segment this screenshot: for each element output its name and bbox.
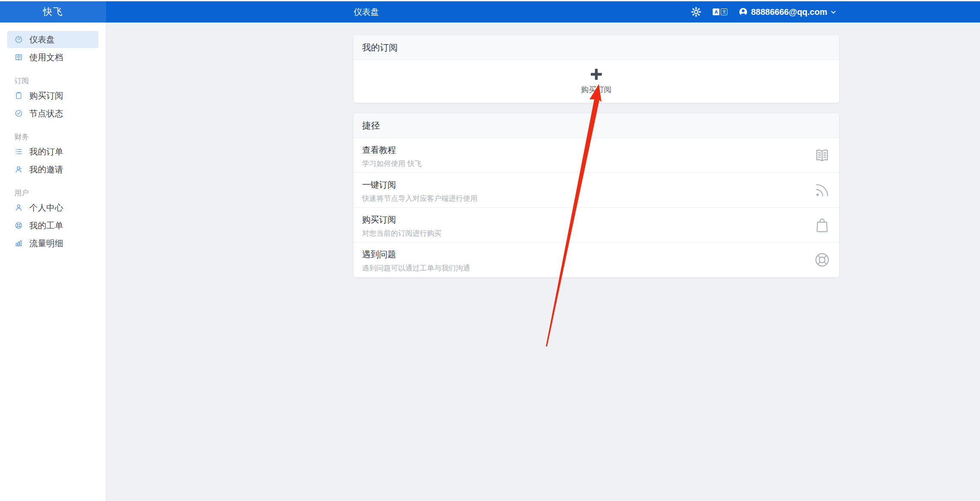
sidebar-item-node-status[interactable]: 节点状态: [7, 105, 98, 122]
sidebar-item-dashboard[interactable]: 仪表盘: [7, 31, 98, 48]
buy-subscription-label: 购买订阅: [581, 84, 612, 95]
sidebar-item-profile[interactable]: 个人中心: [7, 199, 98, 216]
order-list-icon: [14, 147, 23, 156]
shortcuts-card: 捷径 查看教程 学习如何使用 快飞 一键订阅 快速将节点导入对应客户端进行使用: [354, 113, 839, 277]
sidebar-item-label: 我的订单: [29, 146, 63, 158]
sidebar-section-finance: 财务: [14, 133, 106, 141]
shortcut-title: 查看教程: [362, 144, 831, 156]
subscription-card-title: 我的订阅: [354, 35, 839, 60]
shortcut-title: 一键订阅: [362, 179, 831, 191]
shortcut-title: 购买订阅: [362, 214, 831, 225]
clipboard-icon: [14, 91, 23, 100]
dashboard-icon: [14, 35, 23, 44]
sidebar-item-label: 使用文档: [29, 52, 63, 63]
docs-book-icon: [14, 53, 23, 62]
shortcut-subtitle: 对您当前的订阅进行购买: [362, 228, 831, 238]
subscription-card: 我的订阅 购买订阅: [354, 35, 839, 103]
sidebar-item-docs[interactable]: 使用文档: [7, 49, 98, 66]
check-circle-icon: [14, 109, 23, 118]
page-title: 仪表盘: [354, 1, 379, 23]
open-book-icon: [814, 147, 831, 166]
settings-gear-icon[interactable]: [691, 6, 702, 17]
shortcut-buy-subscription[interactable]: 购买订阅 对您当前的订阅进行购买: [354, 208, 839, 242]
chevron-down-icon: [830, 9, 837, 15]
user-avatar-icon: [739, 7, 748, 17]
invite-person-icon: [14, 165, 23, 174]
language-secondary-glyph: 文: [721, 8, 727, 15]
app-logo: 快飞: [0, 1, 106, 23]
shortcut-view-tutorial[interactable]: 查看教程 学习如何使用 快飞: [354, 138, 839, 173]
language-primary-glyph: A: [713, 8, 719, 15]
plus-icon: [590, 68, 603, 81]
user-menu[interactable]: 88886666@qq.com: [739, 7, 837, 17]
sidebar-item-my-tickets[interactable]: 我的工单: [7, 217, 98, 234]
sidebar-item-label: 仪表盘: [29, 34, 55, 45]
sidebar-nav: 仪表盘 使用文档 订阅 购买订阅: [0, 23, 106, 252]
person-icon: [14, 203, 23, 212]
lifebuoy-icon: [814, 251, 831, 270]
sidebar-item-buy-subscription[interactable]: 购买订阅: [7, 87, 98, 104]
sidebar-item-label: 个人中心: [29, 202, 63, 214]
bar-chart-icon: [14, 239, 23, 248]
lifebuoy-icon: [14, 221, 23, 230]
rss-icon: [814, 182, 831, 200]
shortcuts-card-title: 捷径: [354, 113, 839, 138]
sidebar-section-user: 用户: [14, 189, 106, 197]
sidebar: 仪表盘 使用文档 订阅 购买订阅: [0, 23, 106, 501]
sidebar-item-traffic-details[interactable]: 流量明细: [7, 235, 98, 252]
sidebar-item-label: 购买订阅: [29, 90, 63, 101]
sidebar-item-label: 我的工单: [29, 220, 63, 231]
sidebar-item-label: 流量明细: [29, 238, 63, 249]
sidebar-item-label: 节点状态: [29, 108, 63, 119]
app-header: 快飞 仪表盘 A 文: [0, 1, 980, 23]
shortcut-one-click-subscribe[interactable]: 一键订阅 快速将节点导入对应客户端进行使用: [354, 173, 839, 208]
language-icon[interactable]: A 文: [713, 8, 727, 15]
user-email: 88886666@qq.com: [751, 7, 827, 17]
shortcut-title: 遇到问题: [362, 249, 831, 260]
shortcut-subtitle: 快速将节点导入对应客户端进行使用: [362, 194, 831, 203]
app-window: 快飞 仪表盘 A 文: [0, 0, 980, 501]
shortcut-subtitle: 遇到问题可以通过工单与我们沟通: [362, 263, 831, 273]
shortcut-subtitle: 学习如何使用 快飞: [362, 159, 831, 169]
buy-subscription-button[interactable]: 购买订阅: [354, 60, 839, 102]
sidebar-item-my-orders[interactable]: 我的订单: [7, 143, 98, 160]
main-content: 我的订阅 购买订阅 捷径 查看教程 学习如何使用 快飞: [107, 23, 980, 501]
shopping-bag-icon: [814, 217, 831, 235]
header-actions: A 文 88886666@qq.com: [691, 1, 837, 23]
shortcut-report-problem[interactable]: 遇到问题 遇到问题可以通过工单与我们沟通: [354, 242, 839, 277]
sidebar-item-my-invites[interactable]: 我的邀请: [7, 161, 98, 178]
sidebar-section-subscription: 订阅: [14, 77, 106, 85]
sidebar-item-label: 我的邀请: [29, 164, 63, 175]
